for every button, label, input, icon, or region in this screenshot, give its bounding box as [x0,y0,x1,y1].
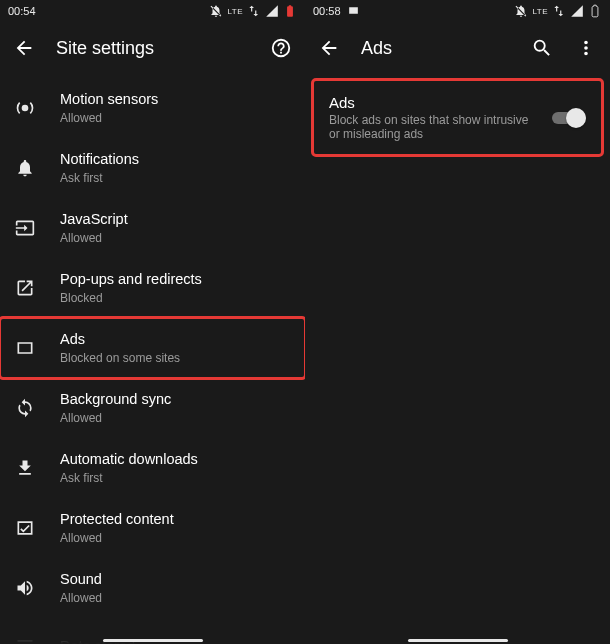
input-icon [14,217,36,239]
row-popups-redirects[interactable]: Pop-ups and redirects Blocked [0,258,305,318]
row-sub: Blocked on some sites [60,350,289,366]
signal-icon [265,4,279,18]
help-button[interactable] [269,36,293,60]
do-not-disturb-off-icon [209,4,223,18]
back-button[interactable] [317,36,341,60]
row-sub: Allowed [60,230,289,246]
swap-vert-icon [247,4,261,18]
row-notifications[interactable]: Notifications Ask first [0,138,305,198]
row-sub: Ask first [60,170,289,186]
row-title: Motion sensors [60,90,289,109]
notifications-icon [14,157,36,179]
status-time: 00:54 [8,5,36,17]
status-time: 00:58 [313,5,341,17]
sync-icon [14,397,36,419]
protected-content-icon [14,517,36,539]
row-sub: Allowed [60,410,289,426]
toggle-title: Ads [329,94,538,111]
open-in-new-icon [14,277,36,299]
screenshot-notif-icon [347,4,360,19]
status-lte: LTE [532,7,548,16]
row-javascript[interactable]: JavaScript Allowed [0,198,305,258]
ads-toggle-row[interactable]: Ads Block ads on sites that show intrusi… [313,80,602,155]
battery-icon [588,4,602,18]
gesture-bar [103,639,203,642]
more-vert-icon [575,37,597,59]
row-title: Notifications [60,150,289,169]
battery-low-icon [283,4,297,18]
swap-vert-icon [552,4,566,18]
search-button[interactable] [530,36,554,60]
row-sub: Allowed [60,110,289,126]
row-sub: Blocked [60,290,289,306]
page-title: Site settings [56,38,249,59]
arrow-back-icon [13,37,35,59]
row-sub: Allowed [60,590,289,606]
row-ads[interactable]: Ads Blocked on some sites [0,318,305,378]
signal-icon [570,4,584,18]
page-title: Ads [361,38,510,59]
row-title: Automatic downloads [60,450,289,469]
download-icon [14,457,36,479]
search-icon [531,37,553,59]
overflow-menu-button[interactable] [574,36,598,60]
volume-icon [14,577,36,599]
back-button[interactable] [12,36,36,60]
row-title: JavaScript [60,210,289,229]
app-bar: Site settings [0,22,305,74]
status-bar: 00:58 LTE [305,0,610,22]
storage-icon [14,635,36,644]
screen-ads-detail: 00:58 LTE Ads Ads Block ads on sites tha… [305,0,610,644]
row-title: Sound [60,570,289,589]
row-sub: Allowed [60,530,289,546]
row-title: Ads [60,330,289,349]
status-lte: LTE [227,7,243,16]
row-sub: Ask first [60,470,289,486]
do-not-disturb-off-icon [514,4,528,18]
row-title: Background sync [60,390,289,409]
toggle-sub: Block ads on sites that show intrusive o… [329,113,538,141]
ads-switch[interactable] [552,108,586,128]
status-bar: 00:54 LTE [0,0,305,22]
app-bar: Ads [305,22,610,74]
screen-site-settings: 00:54 LTE Site settings Motion sensors A… [0,0,305,644]
ads-icon [14,337,36,359]
settings-list: Motion sensors Allowed Notifications Ask… [0,74,305,644]
gesture-bar [408,639,508,642]
row-title: Protected content [60,510,289,529]
row-motion-sensors[interactable]: Motion sensors Allowed [0,78,305,138]
arrow-back-icon [318,37,340,59]
help-outline-icon [270,37,292,59]
row-title: Pop-ups and redirects [60,270,289,289]
row-sound[interactable]: Sound Allowed [0,558,305,618]
motion-sensors-icon [14,97,36,119]
row-automatic-downloads[interactable]: Automatic downloads Ask first [0,438,305,498]
row-protected-content[interactable]: Protected content Allowed [0,498,305,558]
row-background-sync[interactable]: Background sync Allowed [0,378,305,438]
